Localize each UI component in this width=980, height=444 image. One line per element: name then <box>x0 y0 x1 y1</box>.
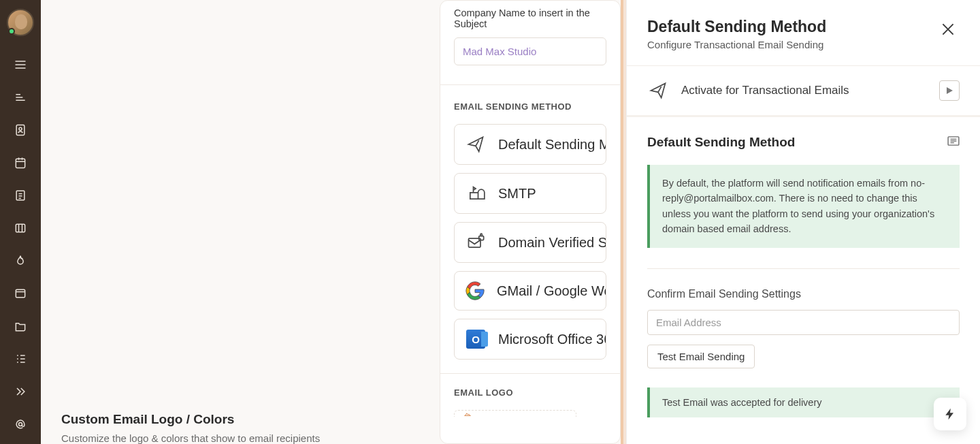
sidebar-item-board[interactable] <box>0 212 41 244</box>
email-logo-header: EMAIL LOGO <box>454 387 606 398</box>
method-label: Default Sending Method <box>498 137 606 153</box>
company-name-input[interactable] <box>454 37 606 65</box>
forward-icon <box>14 385 27 398</box>
method-office365[interactable]: Microsoft Office 365 <box>454 319 606 360</box>
method-default-sending[interactable]: Default Sending Method <box>454 124 606 165</box>
paper-plane-icon <box>466 134 486 155</box>
sidebar-item-window[interactable] <box>0 277 41 310</box>
test-email-button[interactable]: Test Email Sending <box>647 345 755 368</box>
folder-icon <box>14 319 27 333</box>
sidebar-item-calendar[interactable] <box>0 146 41 179</box>
test-email-input[interactable] <box>647 310 960 335</box>
sidebar-item-at[interactable] <box>0 408 41 441</box>
close-button[interactable] <box>936 18 960 44</box>
sidebar-item-folder[interactable] <box>0 310 41 343</box>
document-icon <box>947 136 960 146</box>
panel-title: Default Sending Method <box>647 18 826 36</box>
panel-subtitle: Configure Transactional Email Sending <box>647 39 826 50</box>
sidebar <box>0 0 41 444</box>
calendar-icon <box>14 156 27 170</box>
status-message: Test Email was accepted for delivery <box>647 387 960 417</box>
sidebar-item-fire[interactable] <box>0 244 41 277</box>
board-icon <box>14 221 27 235</box>
sidebar-item-forward[interactable] <box>0 375 41 408</box>
envelope-lock-icon <box>466 232 486 253</box>
close-icon <box>939 20 957 38</box>
panel-body-title: Default Sending Method <box>647 135 795 150</box>
method-smtp[interactable]: SMTP <box>454 173 606 214</box>
docs-button[interactable] <box>947 136 960 148</box>
activate-label: Activate for Transactional Emails <box>681 84 927 97</box>
sidebar-item-list[interactable] <box>0 81 41 114</box>
contacts-icon <box>14 123 27 137</box>
email-logo-upload[interactable] <box>454 410 576 417</box>
sidebar-item-menu[interactable] <box>0 48 41 81</box>
menu-icon <box>14 58 27 72</box>
detail-panel: Default Sending Method Configure Transac… <box>626 0 980 444</box>
sidebar-item-contacts[interactable] <box>0 114 41 146</box>
svg-rect-5 <box>16 289 24 298</box>
custom-email-title: Custom Email Logo / Colors <box>61 412 440 427</box>
play-icon <box>945 86 953 95</box>
tasks-icon <box>14 352 27 366</box>
method-label: Microsoft Office 365 <box>498 332 606 347</box>
avatar-container[interactable] <box>7 9 34 36</box>
list-icon <box>14 91 27 104</box>
company-name-label: Company Name to insert in the Subject <box>454 7 606 29</box>
fire-icon <box>14 254 27 268</box>
sidebar-item-document[interactable] <box>0 179 41 212</box>
activate-button[interactable] <box>939 80 960 101</box>
left-content: Custom Email Logo / Colors Customize the… <box>41 0 440 444</box>
status-dot-online <box>8 28 15 35</box>
confirm-label: Confirm Email Sending Settings <box>647 288 960 300</box>
svg-rect-4 <box>16 224 24 232</box>
svg-rect-2 <box>16 159 24 168</box>
info-message: By default, the platform will send notif… <box>647 165 960 248</box>
fab-lightning[interactable] <box>934 398 966 430</box>
window-icon <box>14 287 27 300</box>
mailbox-icon <box>466 183 486 204</box>
at-icon <box>14 417 27 431</box>
email-method-header: EMAIL SENDING METHOD <box>454 101 606 112</box>
paper-plane-icon <box>647 80 669 101</box>
sidebar-item-tasks[interactable] <box>0 343 41 375</box>
document-icon <box>14 189 27 202</box>
outlook-icon <box>466 329 486 349</box>
svg-point-1 <box>19 127 22 130</box>
google-icon <box>466 281 485 300</box>
method-label: GMail / Google Workspace <box>497 283 606 299</box>
method-label: Domain Verified Sending <box>498 235 606 251</box>
custom-email-desc: Customize the logo & colors that show to… <box>61 432 440 444</box>
method-label: SMTP <box>498 186 536 202</box>
lightning-icon <box>943 407 957 421</box>
method-gmail[interactable]: GMail / Google Workspace <box>454 271 606 311</box>
settings-card: Company Name to insert in the Subject EM… <box>440 0 621 444</box>
method-domain-verified[interactable]: Domain Verified Sending <box>454 222 606 263</box>
